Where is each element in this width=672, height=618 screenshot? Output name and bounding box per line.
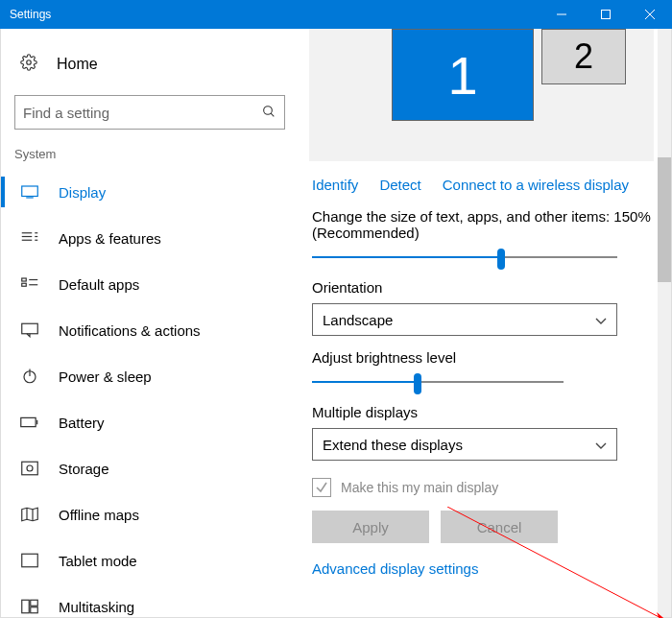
slider-thumb[interactable] <box>414 373 421 394</box>
detect-link[interactable]: Detect <box>379 177 420 193</box>
sidebar-item-label: Power & sleep <box>59 368 152 385</box>
svg-point-4 <box>27 60 32 65</box>
chevron-down-icon <box>595 437 607 453</box>
svg-point-25 <box>27 465 33 471</box>
sidebar-item-tablet[interactable]: Tablet mode <box>1 537 299 583</box>
orientation-label: Orientation <box>312 279 654 296</box>
window-title: Settings <box>10 8 51 21</box>
svg-rect-24 <box>22 462 38 475</box>
multiple-displays-label: Multiple displays <box>312 404 654 420</box>
multiple-displays-value: Extend these displays <box>323 437 463 453</box>
nav-list: Display Apps & features Default apps Not… <box>1 169 299 617</box>
main-display-checkbox: Make this my main display <box>312 478 654 497</box>
default-apps-icon <box>20 277 39 291</box>
notifications-icon <box>20 322 39 338</box>
sidebar-item-notifications[interactable]: Notifications & actions <box>1 307 299 353</box>
sidebar-item-label: Multitasking <box>59 599 134 615</box>
sidebar-item-label: Notifications & actions <box>59 322 201 339</box>
minimize-button[interactable] <box>540 0 584 29</box>
power-icon <box>20 368 39 385</box>
scrollbar-thumb[interactable] <box>658 157 671 282</box>
monitor-arrangement[interactable]: 1 2 <box>309 29 654 161</box>
sidebar-item-label: Tablet mode <box>59 553 137 569</box>
wireless-display-link[interactable]: Connect to a wireless display <box>443 177 629 193</box>
sidebar-item-storage[interactable]: Storage <box>1 445 299 491</box>
sidebar-item-apps[interactable]: Apps & features <box>1 215 299 261</box>
sidebar-item-label: Battery <box>59 415 105 431</box>
brightness-slider[interactable] <box>312 373 564 391</box>
monitor-2[interactable]: 2 <box>541 29 626 84</box>
main-panel: 1 2 Identify Detect Connect to a wireles… <box>299 29 671 617</box>
gear-icon <box>20 54 37 74</box>
tablet-icon <box>20 553 39 568</box>
multitasking-icon <box>20 599 39 614</box>
cancel-button[interactable]: Cancel <box>441 511 558 543</box>
slider-thumb[interactable] <box>497 249 505 270</box>
svg-rect-28 <box>22 554 38 567</box>
search-icon <box>261 104 276 122</box>
close-button[interactable] <box>628 0 672 29</box>
scale-label: Change the size of text, apps, and other… <box>312 208 654 241</box>
svg-rect-30 <box>22 600 30 613</box>
search-input[interactable]: Find a setting <box>14 95 285 130</box>
svg-rect-19 <box>22 323 38 334</box>
monitor-1[interactable]: 1 <box>392 29 534 121</box>
maximize-button[interactable] <box>584 0 628 29</box>
sidebar-item-maps[interactable]: Offline maps <box>1 491 299 537</box>
chevron-down-icon <box>595 312 607 328</box>
sidebar-item-label: Offline maps <box>59 507 139 523</box>
sidebar-item-display[interactable]: Display <box>1 169 299 215</box>
sidebar: Home Find a setting System Display Apps … <box>1 29 299 617</box>
sidebar-item-label: Storage <box>59 461 109 477</box>
scrollbar-track[interactable] <box>658 29 671 617</box>
scale-slider[interactable] <box>312 249 617 266</box>
svg-rect-31 <box>31 600 38 606</box>
orientation-value: Landscape <box>323 312 393 328</box>
svg-rect-15 <box>22 278 27 281</box>
sidebar-item-label: Default apps <box>59 276 139 293</box>
identify-link[interactable]: Identify <box>312 177 358 193</box>
apply-button[interactable]: Apply <box>312 511 429 543</box>
window-controls <box>540 0 672 29</box>
multiple-displays-select[interactable]: Extend these displays <box>312 428 617 461</box>
maps-icon <box>20 507 39 522</box>
home-label: Home <box>57 56 98 73</box>
checkbox-icon <box>312 478 331 497</box>
svg-line-6 <box>271 113 274 116</box>
display-actions: Identify Detect Connect to a wireless di… <box>312 177 654 193</box>
main-display-checkbox-label: Make this my main display <box>341 480 498 495</box>
sidebar-item-battery[interactable]: Battery <box>1 399 299 445</box>
display-icon <box>20 185 39 199</box>
sidebar-item-default-apps[interactable]: Default apps <box>1 261 299 307</box>
sidebar-item-multitasking[interactable]: Multitasking <box>1 583 299 617</box>
title-bar: Settings <box>0 0 672 29</box>
svg-rect-22 <box>21 417 36 426</box>
svg-rect-7 <box>22 186 38 197</box>
brightness-label: Adjust brightness level <box>312 349 654 366</box>
advanced-display-settings-link[interactable]: Advanced display settings <box>312 560 654 577</box>
section-label: System <box>1 147 299 161</box>
orientation-select[interactable]: Landscape <box>312 303 617 336</box>
search-placeholder: Find a setting <box>23 105 109 121</box>
battery-icon <box>20 416 39 428</box>
storage-icon <box>20 461 39 476</box>
svg-rect-16 <box>22 283 27 286</box>
svg-rect-1 <box>602 11 611 19</box>
apps-icon <box>20 231 39 245</box>
svg-rect-32 <box>31 607 38 613</box>
sidebar-item-label: Display <box>59 184 106 201</box>
sidebar-item-label: Apps & features <box>59 230 161 247</box>
svg-point-5 <box>264 106 273 114</box>
sidebar-item-power[interactable]: Power & sleep <box>1 353 299 399</box>
home-nav[interactable]: Home <box>1 48 299 80</box>
